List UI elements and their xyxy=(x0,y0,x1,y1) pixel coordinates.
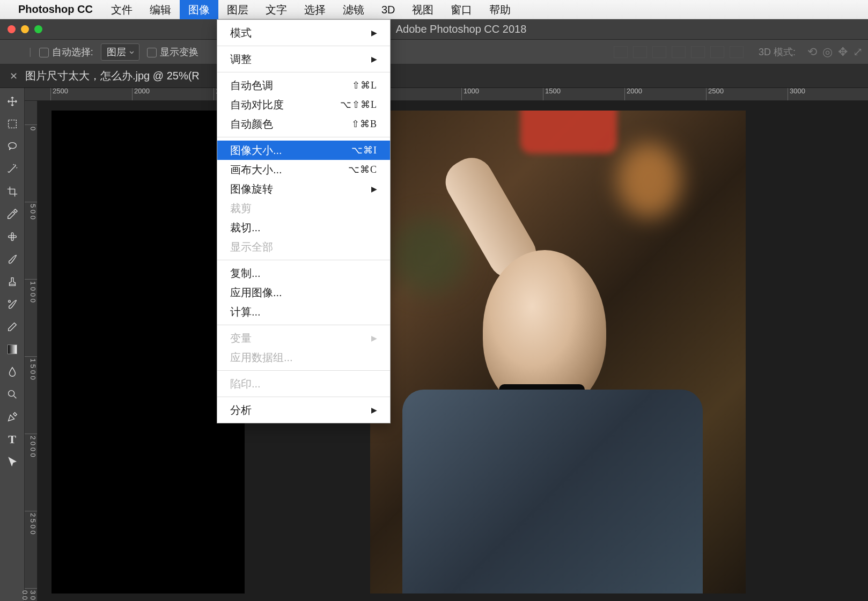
crop-tool[interactable] xyxy=(2,181,23,202)
ruler-tick: 1000 xyxy=(461,88,479,100)
menu-item-计算[interactable]: 计算... xyxy=(217,302,390,321)
menu-窗口[interactable]: 窗口 xyxy=(442,0,481,19)
menu-shortcut: ⌥⇧⌘L xyxy=(340,99,377,111)
vertical-ruler[interactable]: 05 0 01 0 0 01 5 0 02 0 0 02 5 0 03 0 0 … xyxy=(25,101,38,601)
menu-帮助[interactable]: 帮助 xyxy=(481,0,519,19)
menu-item-复制[interactable]: 复制... xyxy=(217,263,390,283)
menu-item-显示全部: 显示全部 xyxy=(217,237,390,256)
horizontal-ruler[interactable]: 25002000150010001500200025003000 xyxy=(25,88,868,101)
show-transform-label: 显示变换 xyxy=(160,47,198,57)
marquee-tool[interactable] xyxy=(2,114,23,134)
mac-menubar: Photoshop CC 文件编辑图像图层文字选择滤镜3D视图窗口帮助 xyxy=(0,0,868,19)
canvas-area[interactable] xyxy=(38,101,868,601)
menu-separator xyxy=(217,46,390,46)
svg-rect-0 xyxy=(8,120,16,128)
show-transform-checkbox[interactable]: 显示变换 xyxy=(147,46,198,58)
menu-item-label: 调整 xyxy=(230,52,252,67)
ruler-tick: 2000 xyxy=(624,88,642,100)
menu-item-裁剪: 裁剪 xyxy=(217,199,390,218)
type-tool[interactable]: T xyxy=(2,429,23,450)
move-tool[interactable] xyxy=(2,91,23,112)
align-left-button[interactable] xyxy=(614,46,628,58)
blur-tool[interactable] xyxy=(2,362,23,382)
document-background xyxy=(52,111,245,593)
magic-wand-tool[interactable] xyxy=(2,159,23,179)
menu-图像[interactable]: 图像 xyxy=(180,0,218,19)
menu-item-图像大小[interactable]: 图像大小...⌥⌘I xyxy=(217,141,390,160)
pan-icon[interactable]: ◎ xyxy=(822,45,833,59)
menu-item-label: 复制... xyxy=(230,266,261,281)
menu-item-label: 自动对比度 xyxy=(230,98,284,112)
ruler-tick: 2500 xyxy=(706,88,724,100)
ruler-tick: 3000 xyxy=(788,88,805,100)
menu-item-label: 自动颜色 xyxy=(230,117,273,131)
menu-item-自动色调[interactable]: 自动色调⇧⌘L xyxy=(217,76,390,95)
menu-item-label: 图像旋转 xyxy=(230,182,273,196)
auto-select-label: 自动选择: xyxy=(52,47,93,57)
align-bottom-button[interactable] xyxy=(710,46,724,58)
move-3d-icon[interactable]: ✥ xyxy=(838,45,848,59)
menu-item-label: 计算... xyxy=(230,305,261,319)
align-top-button[interactable] xyxy=(672,46,686,58)
menu-separator xyxy=(217,397,390,397)
ruler-tick: 2 0 0 0 xyxy=(25,434,37,457)
orbit-icon[interactable]: ⟲ xyxy=(807,45,817,59)
menu-item-自动对比度[interactable]: 自动对比度⌥⇧⌘L xyxy=(217,95,390,114)
align-center-h-button[interactable] xyxy=(633,46,647,58)
dodge-tool[interactable] xyxy=(2,384,23,405)
document-tab-label[interactable]: 图片尺寸太大，怎么办.jpg @ 25%(R xyxy=(25,69,200,83)
menu-选择[interactable]: 选择 xyxy=(296,0,334,19)
eyedropper-tool[interactable] xyxy=(2,204,23,224)
menu-图层[interactable]: 图层 xyxy=(218,0,257,19)
path-selection-tool[interactable] xyxy=(2,452,23,472)
auto-select-checkbox[interactable]: 自动选择: xyxy=(39,46,93,58)
menu-separator xyxy=(217,370,390,371)
menu-item-label: 模式 xyxy=(230,26,252,40)
svg-point-3 xyxy=(8,300,10,303)
pen-tool[interactable] xyxy=(2,407,23,427)
move-tool-icon[interactable] xyxy=(5,44,21,60)
menu-item-应用数据组: 应用数据组... xyxy=(217,348,390,367)
distribute-button[interactable] xyxy=(730,46,744,58)
lasso-tool[interactable] xyxy=(2,136,23,157)
gradient-tool[interactable] xyxy=(2,339,23,360)
menu-item-裁切[interactable]: 裁切... xyxy=(217,218,390,237)
layer-group-select[interactable]: 图层 xyxy=(101,43,139,61)
window-title: Adobe Photoshop CC 2018 xyxy=(62,23,860,35)
eraser-tool[interactable] xyxy=(2,317,23,337)
menu-shortcut: ⇧⌘B xyxy=(351,118,377,130)
menu-文件[interactable]: 文件 xyxy=(102,0,141,19)
align-center-v-button[interactable] xyxy=(691,46,705,58)
menu-item-自动颜色[interactable]: 自动颜色⇧⌘B xyxy=(217,114,390,134)
menu-3D[interactable]: 3D xyxy=(373,0,404,19)
close-window-button[interactable] xyxy=(8,25,16,33)
clone-stamp-tool[interactable] xyxy=(2,272,23,292)
scale-3d-icon[interactable]: ⤢ xyxy=(853,45,863,59)
menu-item-画布大小[interactable]: 画布大小...⌥⌘C xyxy=(217,160,390,179)
menu-item-模式[interactable]: 模式 xyxy=(217,23,390,42)
healing-brush-tool[interactable] xyxy=(2,226,23,247)
menu-shortcut: ⌥⌘C xyxy=(348,164,377,175)
brush-tool[interactable] xyxy=(2,249,23,269)
ruler-tick: 2000 xyxy=(132,88,150,100)
align-buttons xyxy=(614,46,744,58)
history-brush-tool[interactable] xyxy=(2,294,23,314)
options-bar: | 自动选择: 图层 显示变换 3D 模式: ⟲ ◎ ✥ ⤢ xyxy=(0,40,868,64)
svg-point-4 xyxy=(8,391,14,397)
menu-shortcut: ⌥⌘I xyxy=(351,144,377,156)
menu-文字[interactable]: 文字 xyxy=(257,0,296,19)
app-name[interactable]: Photoshop CC xyxy=(18,3,93,16)
align-right-button[interactable] xyxy=(652,46,666,58)
close-tab-button[interactable]: ✕ xyxy=(10,70,18,82)
menu-视图[interactable]: 视图 xyxy=(403,0,442,19)
menu-item-应用图像[interactable]: 应用图像... xyxy=(217,283,390,302)
menu-编辑[interactable]: 编辑 xyxy=(141,0,180,19)
document-tab-bar: ✕ 图片尺寸太大，怎么办.jpg @ 25%(R xyxy=(0,64,868,88)
zoom-window-button[interactable] xyxy=(34,25,42,33)
menu-滤镜[interactable]: 滤镜 xyxy=(334,0,373,19)
menu-item-调整[interactable]: 调整 xyxy=(217,49,390,69)
menu-item-分析[interactable]: 分析 xyxy=(217,400,390,420)
threed-icons: ⟲ ◎ ✥ ⤢ xyxy=(807,45,863,59)
menu-item-图像旋转[interactable]: 图像旋转 xyxy=(217,179,390,199)
minimize-window-button[interactable] xyxy=(21,25,29,33)
